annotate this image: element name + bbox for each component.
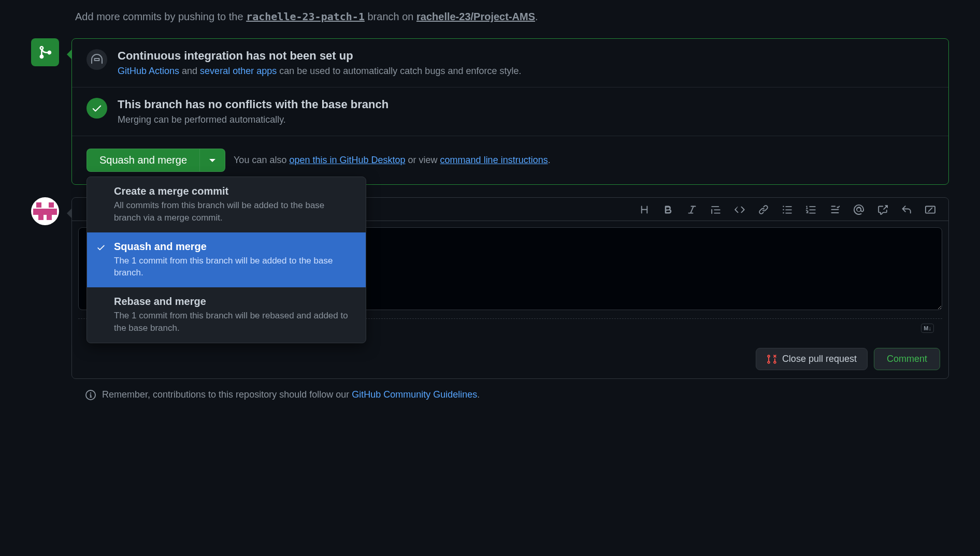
markdown-badge[interactable]: M↓ [921,324,934,333]
community-guidelines-link[interactable]: GitHub Community Guidelines [352,389,477,400]
add-commits-hint: Add more commits by pushing to the rache… [75,10,949,23]
comment-toolbar [639,204,940,221]
squash-merge-button[interactable]: Squash and merge [87,149,200,172]
add-commits-suffix: . [535,11,538,22]
diff-ignored-icon[interactable] [925,204,936,215]
merge-status-badge [31,38,59,66]
cross-reference-icon[interactable] [877,204,888,215]
conflicts-icon-circle [87,98,107,119]
dropdown-item-desc: The 1 commit from this branch will be ad… [114,255,353,280]
other-apps-link[interactable]: several other apps [200,66,277,76]
git-pr-closed-icon [767,354,777,364]
ci-icon-circle [87,49,107,70]
dropdown-item-desc: All commits from this branch will be add… [114,199,353,224]
list-ordered-icon[interactable] [805,204,817,215]
merge-status-box: Continuous integration has not been set … [71,38,949,185]
dropdown-item-title: Rebase and merge [114,296,353,308]
add-commits-mid: branch on [365,11,416,22]
branch-link[interactable]: rachelle-23-patch-1 [246,10,365,23]
conflicts-subtitle: Merging can be performed automatically. [118,114,934,125]
merge-button-group: Squash and merge [87,149,225,172]
caret-down-icon [209,159,215,162]
dropdown-item-rebase-merge[interactable]: Rebase and merge The 1 commit from this … [87,287,366,343]
ci-subtitle: GitHub Actions and several other apps ca… [118,66,934,77]
ci-title: Continuous integration has not been set … [118,49,934,63]
add-commits-prefix: Add more commits by pushing to the [75,11,246,22]
check-icon [91,103,103,114]
conflicts-section: This branch has no conflicts with the ba… [72,87,948,136]
ci-section: Continuous integration has not been set … [72,39,948,87]
repo-link[interactable]: rachelle-23/Project-AMS [416,11,535,22]
italic-icon[interactable] [686,204,698,215]
merge-hint: You can also open this in GitHub Desktop… [234,155,551,166]
open-desktop-link[interactable]: open this in GitHub Desktop [289,155,405,165]
merge-dropdown-toggle[interactable] [200,149,225,172]
dropdown-item-merge-commit[interactable]: Create a merge commit All commits from t… [87,177,366,232]
comment-button[interactable]: Comment [874,348,940,370]
reply-icon[interactable] [901,204,912,215]
check-icon [96,243,106,254]
merge-action-row: Squash and merge You can also open this … [72,136,948,184]
conflicts-title: This branch has no conflicts with the ba… [118,98,934,111]
tasklist-icon[interactable] [829,204,841,215]
user-avatar[interactable] [31,197,59,225]
dropdown-item-desc: The 1 commit from this branch will be re… [114,310,353,334]
info-icon [85,390,96,400]
hubot-icon [91,54,103,65]
heading-icon[interactable] [639,204,650,215]
mention-icon[interactable] [853,204,864,215]
comment-actions: Close pull request Comment [72,342,948,378]
bold-icon[interactable] [662,204,674,215]
close-pr-button[interactable]: Close pull request [756,348,868,370]
link-icon[interactable] [758,204,769,215]
merge-method-dropdown: Create a merge commit All commits from t… [87,177,366,343]
list-unordered-icon[interactable] [782,204,793,215]
cli-instructions-link[interactable]: command line instructions [440,155,548,165]
guidelines-hint: Remember, contributions to this reposito… [85,389,949,400]
dropdown-item-squash-merge[interactable]: Squash and merge The 1 commit from this … [87,232,366,288]
dropdown-item-title: Squash and merge [114,241,353,253]
close-pr-label: Close pull request [782,354,857,364]
dropdown-item-title: Create a merge commit [114,185,353,197]
github-actions-link[interactable]: GitHub Actions [118,66,179,76]
code-icon[interactable] [734,204,745,215]
quote-icon[interactable] [710,204,722,215]
git-merge-icon [38,45,52,60]
